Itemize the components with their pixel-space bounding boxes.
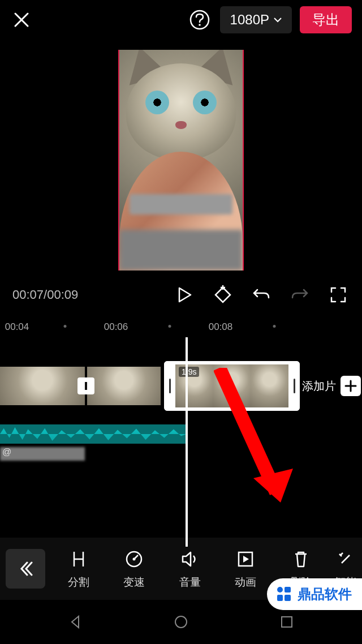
tool-animation[interactable]: 动画 — [218, 548, 273, 590]
svg-rect-6 — [282, 617, 292, 627]
video-preview[interactable] — [0, 40, 362, 271]
trim-handle-left[interactable] — [164, 361, 175, 411]
playhead[interactable] — [186, 337, 188, 547]
time-ruler[interactable]: 00:04 00:06 00:08 — [0, 317, 362, 340]
help-button[interactable] — [187, 7, 212, 32]
smart-icon — [334, 548, 357, 570]
keyframe-button[interactable] — [212, 284, 234, 306]
watermark-text: 鼎品软件 — [298, 585, 352, 603]
add-segment-label: 添加片 — [302, 379, 336, 394]
clip-duration-badge: 1.9s — [179, 367, 199, 377]
nav-recent[interactable] — [273, 608, 301, 636]
delete-icon — [290, 548, 312, 570]
toolbar-back-button[interactable] — [6, 549, 45, 589]
transition-button[interactable] — [77, 377, 94, 394]
export-label: 导出 — [312, 11, 339, 29]
video-clip[interactable] — [87, 367, 161, 405]
redo-button[interactable] — [288, 284, 311, 306]
trim-handle-right[interactable] — [288, 361, 300, 411]
volume-icon — [179, 548, 201, 570]
svg-rect-8 — [285, 587, 291, 593]
nav-home[interactable] — [167, 608, 195, 636]
watermark-badge: 鼎品软件 — [267, 578, 362, 610]
audio-credit: @ — [2, 447, 11, 457]
time-display: 00:07/00:09 — [12, 287, 78, 302]
animation-icon — [234, 548, 257, 570]
svg-point-3 — [133, 558, 136, 561]
add-segment-button[interactable] — [341, 376, 361, 396]
nav-back[interactable] — [61, 608, 89, 636]
fullscreen-button[interactable] — [327, 284, 350, 306]
resolution-selector[interactable]: 1080P — [220, 6, 292, 33]
timeline[interactable]: 1.9s 添加片 @ — [0, 351, 362, 464]
split-icon — [67, 548, 90, 570]
speed-icon — [123, 548, 145, 570]
tool-volume[interactable]: 音量 — [162, 548, 217, 590]
tool-split[interactable]: 分割 — [51, 548, 106, 590]
svg-rect-9 — [277, 595, 283, 601]
resolution-label: 1080P — [230, 12, 269, 28]
export-button[interactable]: 导出 — [300, 6, 352, 33]
svg-point-1 — [199, 24, 201, 26]
close-button[interactable] — [10, 8, 33, 31]
watermark-icon — [275, 585, 293, 603]
play-button[interactable] — [173, 284, 196, 306]
video-clip[interactable] — [0, 367, 85, 405]
svg-point-5 — [175, 616, 187, 628]
selected-clip[interactable]: 1.9s — [164, 361, 300, 411]
undo-button[interactable] — [250, 284, 273, 306]
preview-frame — [118, 50, 244, 271]
svg-rect-10 — [285, 595, 291, 601]
tool-speed[interactable]: 变速 — [106, 548, 162, 590]
svg-point-7 — [277, 587, 283, 593]
